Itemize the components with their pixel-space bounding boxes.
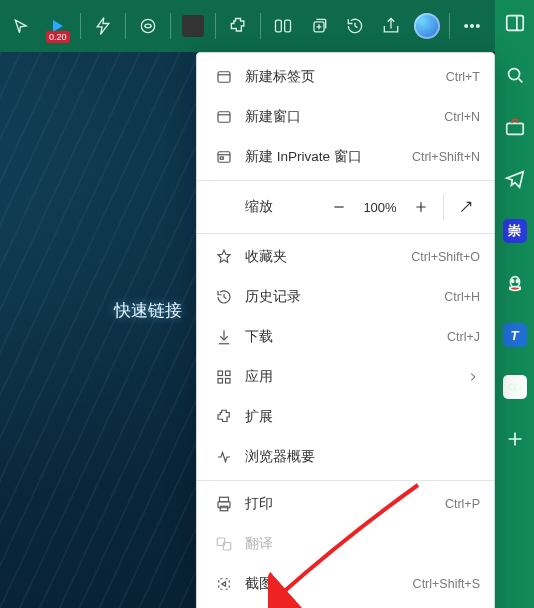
svg-point-16 <box>515 384 521 390</box>
share-icon[interactable] <box>375 7 407 45</box>
svg-rect-27 <box>220 506 228 511</box>
menu-new-inprivate[interactable]: 新建 InPrivate 窗口 Ctrl+Shift+N <box>197 137 494 177</box>
zoom-separator <box>443 194 444 220</box>
menu-label: 历史记录 <box>245 288 301 306</box>
svg-rect-25 <box>220 497 229 502</box>
split-screen-icon[interactable] <box>267 7 299 45</box>
svg-rect-17 <box>218 72 230 83</box>
menu-new-tab[interactable]: 新建标签页 Ctrl+T <box>197 57 494 97</box>
top-toolbar: 0.20 <box>0 0 534 52</box>
zoom-label: 缩放 <box>245 198 273 216</box>
qq-icon[interactable] <box>500 268 530 298</box>
svg-point-13 <box>516 280 518 283</box>
menu-label: 新建 InPrivate 窗口 <box>245 148 362 166</box>
t-app-icon[interactable]: T <box>500 320 530 350</box>
svg-rect-24 <box>226 379 231 384</box>
arrow-tool-icon[interactable] <box>6 7 38 45</box>
baidu-icon[interactable]: 崇 <box>500 216 530 246</box>
toolbar-separator <box>125 13 126 39</box>
fullscreen-button[interactable] <box>448 189 484 225</box>
menu-print[interactable]: 打印 Ctrl+P <box>197 484 494 524</box>
link-icon[interactable] <box>500 372 530 402</box>
new-window-icon <box>211 108 237 126</box>
apps-icon <box>211 368 237 386</box>
briefcase-icon[interactable] <box>500 112 530 142</box>
zoom-value: 100% <box>357 200 403 215</box>
browser-overflow-menu: 新建标签页 Ctrl+T 新建窗口 Ctrl+N 新建 InPrivate 窗口… <box>196 52 495 608</box>
app-root: 0.20 <box>0 0 534 608</box>
menu-screenshot[interactable]: 截图 Ctrl+Shift+S <box>197 564 494 604</box>
bolt-icon[interactable] <box>87 7 119 45</box>
menu-shortcut: Ctrl+Shift+N <box>412 150 480 164</box>
history-icon[interactable] <box>339 7 371 45</box>
extensions-icon[interactable] <box>222 7 254 45</box>
svg-point-9 <box>508 69 519 80</box>
sidebar-toggle-2-icon[interactable] <box>500 8 530 38</box>
quick-links-label: 快速链接 <box>114 299 182 322</box>
zoom-out-button[interactable] <box>321 189 357 225</box>
svg-point-14 <box>510 287 519 291</box>
menu-shortcut: Ctrl+Shift+O <box>411 250 480 264</box>
menu-shortcut: Ctrl+Shift+S <box>413 577 480 591</box>
new-tab-icon <box>211 68 237 86</box>
svg-rect-8 <box>506 16 523 31</box>
menu-divider <box>197 180 494 181</box>
menu-label: 收藏夹 <box>245 248 287 266</box>
svg-point-0 <box>141 19 154 32</box>
svg-point-15 <box>509 384 515 390</box>
menu-extensions[interactable]: 扩展 <box>197 397 494 437</box>
menu-label: 下载 <box>245 328 273 346</box>
menu-find[interactable]: 在页面上查找 Ctrl+F <box>197 604 494 608</box>
menu-shortcut: Ctrl+H <box>444 290 480 304</box>
more-menu-button[interactable] <box>456 7 488 45</box>
menu-label: 应用 <box>245 368 273 386</box>
telegram-icon[interactable] <box>500 164 530 194</box>
video-badge: 0.20 <box>46 31 70 43</box>
toolbar-separator <box>215 13 216 39</box>
svg-rect-10 <box>506 123 523 134</box>
history-menu-icon <box>211 288 237 306</box>
svg-point-12 <box>511 280 513 283</box>
svg-rect-22 <box>226 371 231 376</box>
menu-label: 新建标签页 <box>245 68 315 86</box>
svg-point-4 <box>465 25 468 28</box>
menu-zoom-row: 缩放 100% <box>197 184 494 230</box>
menu-label: 新建窗口 <box>245 108 301 126</box>
menu-divider <box>197 480 494 481</box>
menu-new-window[interactable]: 新建窗口 Ctrl+N <box>197 97 494 137</box>
svg-rect-21 <box>218 371 223 376</box>
menu-shortcut: Ctrl+N <box>444 110 480 124</box>
menu-shortcut: Ctrl+P <box>445 497 480 511</box>
menu-label: 翻译 <box>245 535 273 553</box>
extensions-menu-icon <box>211 408 237 426</box>
menu-essentials[interactable]: 浏览器概要 <box>197 437 494 477</box>
svg-point-6 <box>476 25 479 28</box>
menu-downloads[interactable]: 下载 Ctrl+J <box>197 317 494 357</box>
search-icon[interactable] <box>500 60 530 90</box>
menu-history[interactable]: 历史记录 Ctrl+H <box>197 277 494 317</box>
svg-rect-2 <box>284 20 290 32</box>
chevron-right-icon <box>466 370 480 384</box>
menu-shortcut: Ctrl+T <box>446 70 480 84</box>
profile-avatar[interactable] <box>411 7 443 45</box>
essentials-icon <box>211 448 237 466</box>
user-avatar-small[interactable] <box>177 7 209 45</box>
menu-shortcut: Ctrl+J <box>447 330 480 344</box>
right-sidebar: 崇 T <box>495 0 534 608</box>
menu-apps[interactable]: 应用 <box>197 357 494 397</box>
swirl-icon[interactable] <box>132 7 164 45</box>
menu-label: 打印 <box>245 495 273 513</box>
video-play-icon[interactable]: 0.20 <box>42 7 74 45</box>
inprivate-icon <box>211 148 237 166</box>
menu-label: 浏览器概要 <box>245 448 315 466</box>
toolbar-separator <box>80 13 81 39</box>
add-shortcut-icon[interactable] <box>500 424 530 454</box>
menu-favorites[interactable]: 收藏夹 Ctrl+Shift+O <box>197 237 494 277</box>
print-icon <box>211 495 237 513</box>
collections-icon[interactable] <box>303 7 335 45</box>
svg-rect-20 <box>220 157 223 159</box>
quick-links-heading[interactable]: 快速链接 <box>114 299 208 322</box>
zoom-in-button[interactable] <box>403 189 439 225</box>
favorites-icon <box>211 248 237 266</box>
menu-divider <box>197 233 494 234</box>
